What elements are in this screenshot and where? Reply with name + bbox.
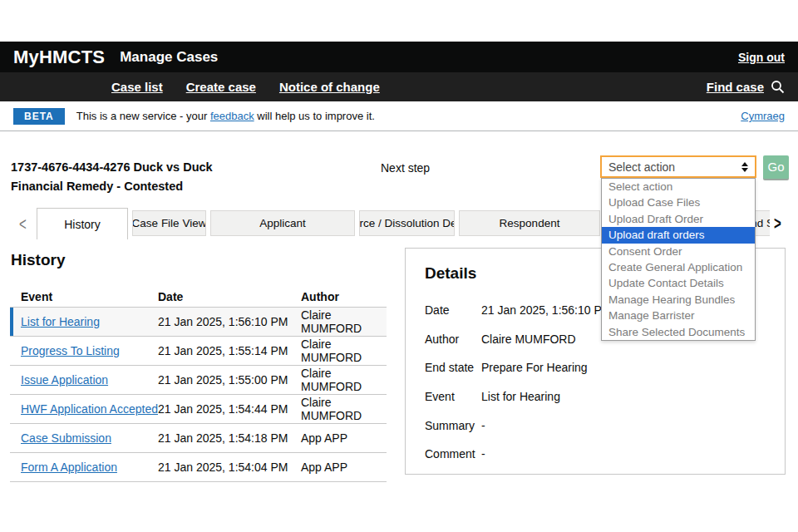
nav-link[interactable]: Case list (111, 80, 163, 94)
header-bar: MyHMCTS Manage Cases Sign out (0, 42, 798, 72)
dropdown-option[interactable]: Share Selected Documents (602, 324, 755, 340)
event-link[interactable]: Progress To Listing (10, 344, 158, 357)
dropdown-option[interactable]: Manage Hearing Bundles (602, 292, 755, 308)
find-case-wrap: Find case (707, 80, 785, 94)
dropdown-option[interactable]: Upload draft orders (602, 227, 755, 243)
history-table: Event Date Author List for Hearing 21 Ja… (10, 286, 387, 482)
event-date: 21 Jan 2025, 1:55:14 PM (158, 344, 301, 357)
nav-bar: Case listCreate caseNotice of change Fin… (0, 72, 798, 101)
column-author: Author (301, 290, 387, 303)
nav-link[interactable]: Create case (186, 80, 256, 94)
details-field: Comment - (425, 440, 785, 469)
page: MyHMCTS Manage Cases Sign out Case listC… (0, 0, 798, 532)
event-date: 21 Jan 2025, 1:56:10 PM (158, 315, 301, 328)
event-author: App APP (301, 431, 387, 445)
event-date: 21 Jan 2025, 1:54:04 PM (158, 461, 301, 474)
history-heading: History (11, 251, 65, 269)
table-row[interactable]: List for Hearing 21 Jan 2025, 1:56:10 PM… (10, 308, 387, 337)
field-label: End state (425, 361, 481, 374)
dropdown-option[interactable]: Upload Draft Order (602, 211, 755, 227)
select-value: Select action (608, 160, 675, 174)
field-label: Author (425, 332, 481, 346)
dropdown-option[interactable]: Manage Barrister (602, 308, 755, 323)
event-link[interactable]: Form A Application (10, 461, 158, 474)
event-date: 21 Jan 2025, 1:54:18 PM (158, 431, 301, 445)
table-row[interactable]: Form A Application 21 Jan 2025, 1:54:04 … (10, 453, 387, 482)
dropdown-option[interactable]: Select action (602, 179, 755, 195)
nav-links: Case listCreate caseNotice of change (111, 80, 380, 94)
next-step-label: Next step (381, 161, 430, 175)
details-field: Summary - (425, 411, 785, 440)
case-reference-title: 1737-4676-4434-4276 Duck vs Duck (11, 160, 213, 174)
sign-out-link[interactable]: Sign out (738, 51, 785, 64)
beta-text: This is a new service - your feedback wi… (76, 110, 375, 122)
event-link[interactable]: List for Hearing (10, 315, 158, 328)
event-link[interactable]: HWF Application Accepted (10, 402, 158, 416)
field-label: Date (425, 303, 481, 317)
field-value: - (481, 447, 785, 461)
table-body: List for Hearing 21 Jan 2025, 1:56:10 PM… (10, 308, 387, 482)
case-tab[interactable]: Divorce / Dissolution Details (359, 210, 455, 236)
beta-badge: BETA (13, 108, 65, 125)
search-icon[interactable] (771, 80, 785, 94)
event-link[interactable]: Issue Application (10, 373, 158, 387)
field-value: List for Hearing (481, 390, 785, 403)
table-row[interactable]: Progress To Listing 21 Jan 2025, 1:55:14… (10, 337, 387, 366)
next-step-dropdown: Select actionUpload Case FilesUpload Dra… (601, 178, 756, 341)
find-case-link[interactable]: Find case (707, 80, 764, 94)
case-subtitle: Financial Remedy - Contested (11, 180, 213, 193)
top-whitespace (0, 0, 798, 42)
table-row[interactable]: HWF Application Accepted 21 Jan 2025, 1:… (10, 395, 387, 424)
next-step-select[interactable]: Select action (600, 155, 756, 178)
details-field: Event List for Hearing (425, 382, 785, 411)
feedback-link[interactable]: feedback (210, 110, 254, 122)
dropdown-option[interactable]: Create General Application (602, 259, 755, 275)
field-value: - (481, 419, 785, 432)
nav-link[interactable]: Notice of change (279, 80, 380, 94)
event-date: 21 Jan 2025, 1:55:00 PM (158, 373, 301, 387)
dropdown-option[interactable]: Consent Order (602, 244, 755, 259)
service-name: Manage Cases (120, 49, 218, 66)
event-link[interactable]: Case Submission (10, 431, 158, 445)
event-author: Claire MUMFORD (301, 337, 387, 364)
event-author: Claire MUMFORD (301, 396, 387, 422)
field-label: Summary (425, 419, 481, 432)
event-author: App APP (301, 461, 387, 474)
table-row[interactable]: Issue Application 21 Jan 2025, 1:55:00 P… (10, 366, 387, 395)
event-date: 21 Jan 2025, 1:54:44 PM (158, 402, 301, 416)
table-row[interactable]: Case Submission 21 Jan 2025, 1:54:18 PM … (10, 424, 387, 453)
case-tab[interactable]: Respondent (459, 210, 600, 236)
details-field: End state Prepare For Hearing (425, 353, 785, 382)
brand-logo: MyHMCTS (13, 47, 105, 68)
event-author: Claire MUMFORD (301, 308, 387, 335)
tabs-scroll-right-icon[interactable]: > (774, 212, 781, 234)
field-label: Comment (425, 447, 481, 461)
select-spinner-icon (741, 162, 748, 172)
field-value: Prepare For Hearing (481, 361, 785, 374)
dropdown-option[interactable]: Upload Case Files (602, 195, 755, 210)
field-label: Event (425, 390, 481, 403)
event-author: Claire MUMFORD (301, 367, 387, 393)
go-button[interactable]: Go (763, 155, 789, 179)
beta-banner: BETA This is a new service - your feedba… (0, 101, 798, 131)
language-link[interactable]: Cymraeg (741, 110, 785, 122)
case-header: 1737-4676-4434-4276 Duck vs Duck Financi… (11, 160, 213, 193)
case-tab[interactable]: Applicant (210, 210, 355, 236)
column-event: Event (10, 290, 158, 303)
table-header: Event Date Author (10, 286, 387, 308)
case-tab[interactable]: Case File View (132, 210, 206, 236)
case-tab[interactable]: History (37, 208, 128, 239)
dropdown-option[interactable]: Update Contact Details (602, 275, 755, 291)
column-date: Date (158, 290, 301, 303)
